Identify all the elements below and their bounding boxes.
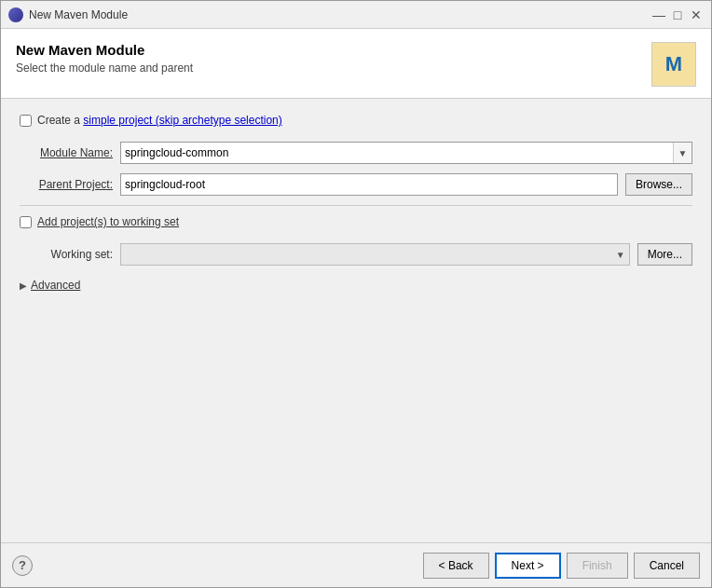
simple-project-label: Create a simple project (skip archetype … [37, 114, 282, 127]
close-button[interactable]: ✕ [689, 7, 704, 22]
parent-project-label: Parent Project: [20, 178, 113, 191]
advanced-label: Advanced [31, 279, 80, 292]
working-set-combo[interactable]: ▼ [120, 243, 630, 266]
main-window: New Maven Module — □ ✕ New Maven Module … [0, 0, 712, 588]
module-name-dropdown-arrow[interactable]: ▼ [673, 143, 691, 163]
advanced-expand-icon: ▶ [20, 280, 27, 291]
header-text: New Maven Module Select the module name … [16, 42, 193, 75]
more-button[interactable]: More... [637, 243, 692, 266]
footer-right: < Back Next > Finish Cancel [423, 553, 700, 579]
footer: ? < Back Next > Finish Cancel [1, 542, 711, 587]
working-set-dropdown-arrow[interactable]: ▼ [616, 250, 625, 260]
simple-project-checkbox[interactable] [20, 115, 32, 127]
advanced-row[interactable]: ▶ Advanced [20, 279, 692, 292]
browse-button[interactable]: Browse... [625, 173, 692, 196]
maximize-button[interactable]: □ [670, 7, 685, 22]
window-icon [8, 7, 23, 22]
module-name-combo[interactable]: ▼ [120, 142, 692, 164]
next-button[interactable]: Next > [495, 553, 561, 579]
module-name-label: Module Name: [20, 146, 113, 159]
parent-project-input[interactable] [120, 173, 618, 196]
working-set-checkbox-label: Add project(s) to working set [37, 215, 179, 228]
maven-logo-icon [651, 42, 696, 87]
finish-button[interactable]: Finish [567, 553, 628, 579]
header-title: New Maven Module [16, 42, 193, 58]
module-name-input[interactable] [121, 144, 673, 161]
header-subtitle: Select the module name and parent [16, 62, 193, 75]
help-button[interactable]: ? [12, 555, 33, 576]
simple-project-label-before: Create a [37, 114, 83, 127]
title-bar: New Maven Module — □ ✕ [1, 1, 711, 29]
footer-left: ? [12, 555, 33, 576]
module-name-row: Module Name: ▼ [20, 142, 692, 164]
title-bar-controls: — □ ✕ [651, 7, 704, 22]
form-section: Create a simple project (skip archetype … [1, 99, 711, 542]
separator-1 [20, 205, 692, 206]
cancel-button[interactable]: Cancel [634, 553, 700, 579]
simple-project-row: Create a simple project (skip archetype … [20, 114, 692, 127]
working-set-checkbox[interactable] [20, 216, 32, 228]
working-set-label: Working set: [20, 248, 113, 261]
header-section: New Maven Module Select the module name … [1, 29, 711, 99]
window-title: New Maven Module [29, 8, 128, 21]
working-set-checkbox-row: Add project(s) to working set [20, 215, 692, 228]
simple-project-link[interactable]: simple project (skip archetype selection… [83, 114, 281, 127]
title-bar-left: New Maven Module [8, 7, 128, 22]
back-button[interactable]: < Back [423, 553, 489, 579]
minimize-button[interactable]: — [651, 7, 666, 22]
working-set-row: Working set: ▼ More... [20, 243, 692, 266]
parent-project-row: Parent Project: Browse... [20, 173, 692, 196]
